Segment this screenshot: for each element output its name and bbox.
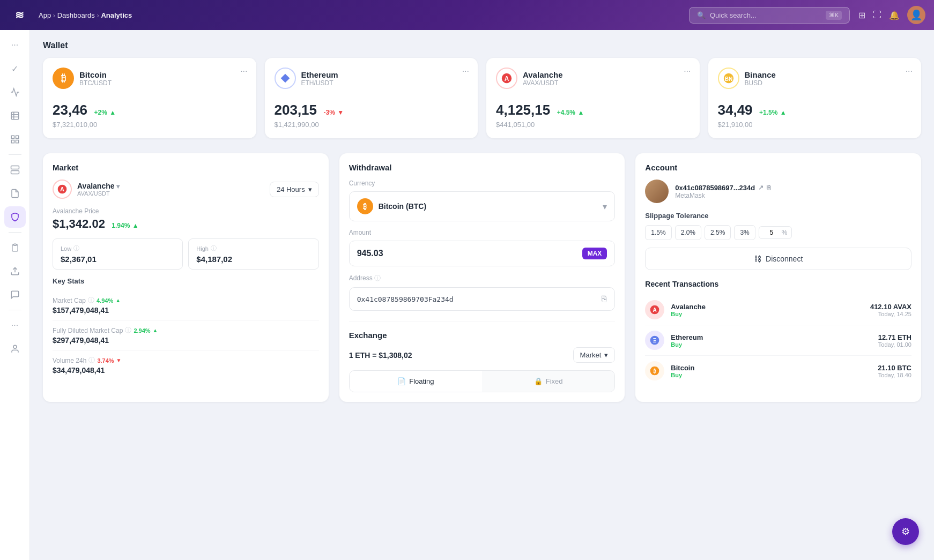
bnb-info: Binance BUSD	[745, 70, 776, 87]
expand-icon[interactable]: ⛶	[873, 10, 881, 20]
disconnect-label: Disconnect	[766, 255, 803, 263]
bnb-value-row: 34,49 +1.5% ▲	[718, 102, 912, 118]
sidebar-item-person[interactable]	[4, 338, 26, 360]
copy-address-icon2[interactable]: ⎘	[767, 184, 770, 191]
txn-row-eth: Ξ Ethereum Buy 12.71 ETH Today, 01.00	[645, 325, 911, 356]
breadcrumb-app[interactable]: App	[39, 11, 51, 19]
bnb-name: Binance	[745, 70, 776, 79]
key-stat-market-cap: Market Cap ⓘ 4.94% ▲ $157,479,048,41	[53, 290, 319, 320]
key-stat-volume: Volume 24h ⓘ 3.74% ▼ $34,479,048,41	[53, 350, 319, 380]
time-filter-dropdown[interactable]: 24 Hours ▾	[270, 182, 319, 197]
sidebar-item-shield[interactable]	[4, 206, 26, 228]
market-low: Low ⓘ $2,367,01	[53, 238, 183, 270]
sidebar-item-table[interactable]	[4, 105, 26, 126]
external-link-icon[interactable]: ↗	[758, 184, 763, 191]
market-panel: Market A Avalanche ▾ AVAX/USDT	[43, 153, 329, 402]
svg-rect-9	[11, 171, 19, 174]
avax-more-icon[interactable]: ···	[684, 66, 691, 76]
account-info: 0x41c0878598697...234d ↗ ⎘ MetaMask	[675, 184, 770, 199]
txn-eth-name: Ethereum	[671, 333, 871, 341]
btc-usd: $7,321,010,00	[53, 121, 247, 129]
sidebar-item-grid[interactable]	[4, 129, 26, 150]
account-panel-title: Account	[645, 163, 911, 172]
sidebar-item-server[interactable]	[4, 159, 26, 181]
eth-more-icon[interactable]: ···	[462, 66, 469, 76]
txn-btc-amount: 21.10 BTC Today, 18.40	[878, 364, 911, 378]
slippage-btn-2[interactable]: 2.0%	[675, 225, 701, 240]
exchange-type-dropdown[interactable]: Market ▾	[573, 347, 616, 363]
fab-settings-button[interactable]: ⚙	[892, 518, 919, 545]
search-bar[interactable]: 🔍 Quick search... ⌘K	[689, 7, 850, 24]
slippage-btn-4[interactable]: 3%	[734, 225, 755, 240]
topbar: ≋ App › Dashboards › Analytics 🔍 Quick s…	[0, 0, 934, 30]
bnb-pair: BUSD	[745, 79, 776, 87]
currency-select[interactable]: ₿ Bitcoin (BTC) ▾	[349, 191, 616, 221]
slippage-title: Slippage Tolerance	[645, 212, 911, 220]
txn-row-btc: ₿ Bitcoin Buy 21.10 BTC Today, 18.40	[645, 356, 911, 386]
market-cap-change: 4.94%	[97, 297, 113, 304]
high-value: $4,187,02	[196, 255, 310, 264]
slippage-custom[interactable]: %	[759, 226, 792, 239]
btc-info: Bitcoin BTC/USDT	[79, 70, 112, 87]
svg-point-14	[13, 345, 17, 348]
txn-eth-qty: 12.71 ETH	[878, 333, 911, 341]
amount-input[interactable]	[357, 249, 577, 258]
breadcrumb-dashboards[interactable]: Dashboards	[57, 11, 95, 19]
market-coin: A Avalanche ▾ AVAX/USDT	[53, 180, 120, 199]
breadcrumb-analytics[interactable]: Analytics	[101, 11, 132, 19]
sidebar-item-dots2[interactable]: ···	[4, 315, 26, 336]
txn-eth-amount: 12.71 ETH Today, 01.00	[878, 333, 911, 348]
search-shortcut: ⌘K	[826, 11, 842, 20]
market-coin-pair: AVAX/USDT	[77, 190, 120, 197]
sidebar-item-doc[interactable]	[4, 237, 26, 258]
recent-transactions-title: Recent Transactions	[645, 280, 911, 288]
sidebar-item-dots[interactable]: ···	[4, 34, 26, 56]
floating-button[interactable]: 📄 Floating	[350, 371, 482, 392]
notification-icon[interactable]: 🔔	[889, 10, 900, 20]
btc-more-icon[interactable]: ···	[240, 66, 247, 76]
breadcrumb: App › Dashboards › Analytics	[39, 11, 680, 19]
slippage-btn-1[interactable]: 1.5%	[645, 225, 671, 240]
sidebar-item-check[interactable]: ✓	[4, 58, 26, 79]
bnb-header: BN Binance BUSD	[718, 68, 912, 89]
copy-address-icon[interactable]: ⎘	[602, 294, 607, 304]
withdrawal-panel: Withdrawal Currency ₿ Bitcoin (BTC) ▾ Am…	[339, 153, 625, 402]
slippage-custom-input[interactable]	[763, 229, 780, 236]
address-field-label: Address ⓘ	[349, 274, 616, 283]
sidebar-item-chat[interactable]	[4, 284, 26, 305]
market-price: $1,342.02	[53, 217, 105, 230]
slippage-btn-3[interactable]: 2.5%	[705, 225, 731, 240]
slippage-buttons: 1.5% 2.0% 2.5% 3% %	[645, 225, 911, 240]
bnb-usd: $21,910,00	[718, 121, 912, 129]
currency-label: Currency	[349, 180, 616, 187]
grid-icon[interactable]: ⊞	[858, 10, 865, 20]
withdrawal-panel-title: Withdrawal	[349, 163, 616, 172]
sidebar-item-upload[interactable]	[4, 260, 26, 282]
account-panel: Account 0x41c0878598697...234d ↗ ⎘ MetaM…	[635, 153, 921, 402]
fixed-button[interactable]: 🔒 Fixed	[482, 371, 614, 392]
svg-rect-5	[16, 136, 18, 138]
txn-btc-time: Today, 18.40	[878, 372, 911, 378]
bnb-more-icon[interactable]: ···	[906, 66, 913, 76]
sidebar: ··· ✓ ···	[0, 30, 30, 560]
txn-eth-type: Buy	[671, 341, 871, 348]
price-label: Avalanche Price	[53, 207, 319, 215]
avax-name: Avalanche	[523, 70, 562, 79]
main-content: Wallet ··· ₿ Bitcoin BTC/USDT 23,46 +2% …	[30, 30, 934, 560]
avax-change: +4.5%	[557, 109, 575, 116]
avatar[interactable]: 👤	[907, 6, 925, 24]
max-button[interactable]: MAX	[582, 248, 607, 259]
volume-value: $34,479,048,41	[53, 366, 319, 375]
disconnect-button[interactable]: ⛓ Disconnect	[645, 248, 911, 270]
eth-value: 203,15	[275, 102, 317, 118]
sidebar-item-chart[interactable]	[4, 81, 26, 103]
svg-rect-4	[11, 136, 14, 138]
btc-header: ₿ Bitcoin BTC/USDT	[53, 68, 247, 89]
market-panel-title: Market	[53, 163, 319, 172]
high-label: High ⓘ	[196, 244, 310, 252]
amount-label: Amount	[349, 229, 616, 236]
txn-avax-qty: 412.10 AVAX	[870, 303, 911, 311]
exchange-title: Exchange	[349, 331, 616, 340]
txn-btc-info: Bitcoin Buy	[671, 364, 871, 378]
sidebar-item-report[interactable]	[4, 183, 26, 204]
